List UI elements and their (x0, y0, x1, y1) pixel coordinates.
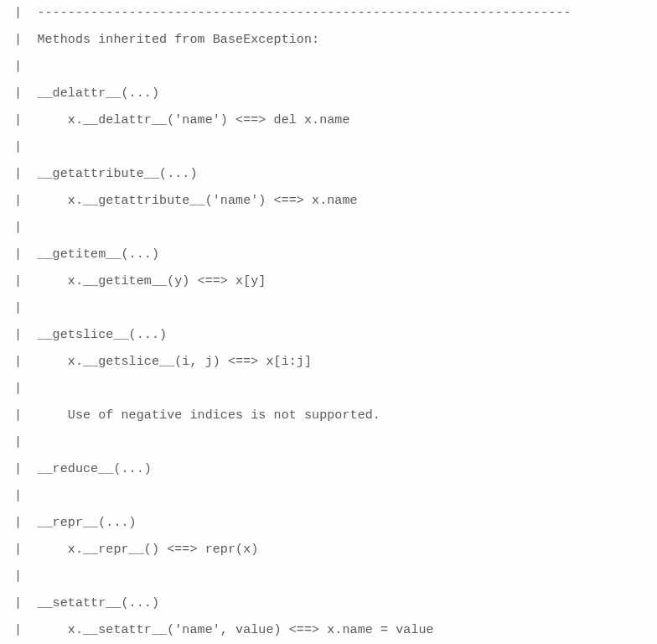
blank-line: | (0, 295, 657, 322)
method-description: | x.__setattr__('name', value) <==> x.na… (0, 617, 657, 644)
method-signature: | __getitem__(...) (0, 242, 657, 268)
divider-line: | --------------------------------------… (0, 0, 657, 27)
method-description: | x.__repr__() <==> repr(x) (0, 537, 657, 564)
blank-line: | (0, 483, 657, 510)
method-description: | x.__delattr__('name') <==> del x.name (0, 107, 657, 134)
blank-line: | (0, 54, 657, 80)
method-signature: | __reduce__(...) (0, 456, 657, 483)
method-note: | Use of negative indices is not support… (0, 402, 657, 429)
method-signature: | __getattribute__(...) (0, 161, 657, 188)
blank-line: | (0, 564, 657, 590)
method-description: | x.__getitem__(y) <==> x[y] (0, 268, 657, 295)
help-text-block: | --------------------------------------… (0, 0, 657, 644)
method-description: | x.__getslice__(i, j) <==> x[i:j] (0, 349, 657, 376)
method-description: | x.__getattribute__('name') <==> x.name (0, 188, 657, 215)
method-signature: | __setattr__(...) (0, 590, 657, 617)
blank-line: | (0, 429, 657, 456)
blank-line: | (0, 134, 657, 161)
method-signature: | __delattr__(...) (0, 80, 657, 107)
blank-line: | (0, 376, 657, 402)
section-header: | Methods inherited from BaseException: (0, 27, 657, 54)
method-signature: | __getslice__(...) (0, 322, 657, 349)
blank-line: | (0, 215, 657, 242)
method-signature: | __repr__(...) (0, 510, 657, 537)
